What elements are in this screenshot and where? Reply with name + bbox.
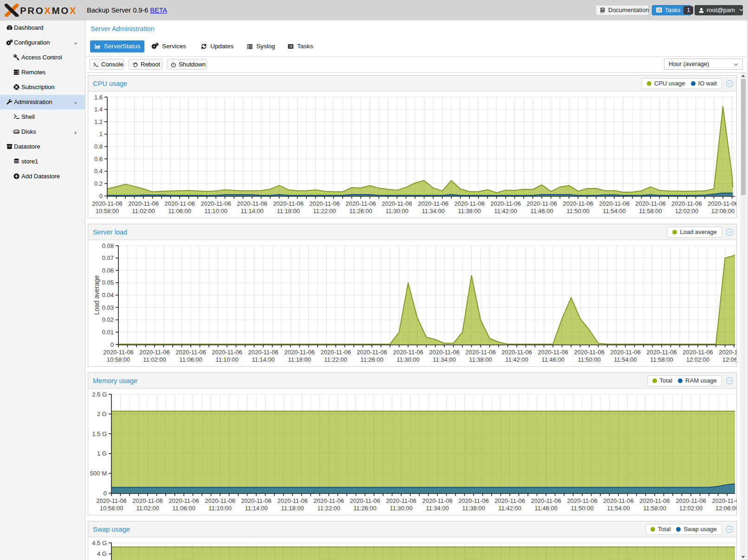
svg-text:2020-11-06: 2020-11-06 (635, 200, 666, 207)
svg-text:11:54:00: 11:54:00 (614, 356, 637, 363)
svg-text:1.5 G: 1.5 G (92, 430, 107, 437)
svg-text:2020-11-06: 2020-11-06 (418, 200, 449, 207)
svg-text:2020-11-06: 2020-11-06 (382, 200, 412, 207)
svg-text:4.5 G: 4.5 G (92, 540, 107, 547)
svg-text:11:22:00: 11:22:00 (324, 356, 347, 363)
svg-text:12:02:00: 12:02:00 (679, 505, 703, 512)
svg-text:11:14:00: 11:14:00 (245, 505, 268, 512)
svg-text:2 G: 2 G (97, 410, 107, 417)
svg-text:11:50:00: 11:50:00 (571, 505, 594, 512)
svg-text:2020-11-06: 2020-11-06 (712, 497, 736, 504)
svg-text:2020-11-06: 2020-11-06 (494, 497, 525, 504)
svg-text:2020-11-06: 2020-11-06 (96, 497, 127, 504)
svg-text:500 M: 500 M (90, 470, 107, 477)
svg-text:11:30:00: 11:30:00 (397, 356, 420, 363)
svg-text:2020-11-06: 2020-11-06 (458, 497, 489, 504)
svg-text:11:34:00: 11:34:00 (433, 356, 456, 363)
svg-text:2020-11-06: 2020-11-06 (237, 200, 267, 207)
svg-text:2020-11-06: 2020-11-06 (501, 349, 532, 356)
svg-text:PROXMOX: PROXMOX (20, 5, 77, 16)
svg-text:2020-11-06: 2020-11-06 (92, 200, 123, 207)
svg-text:2020-11-06: 2020-11-06 (273, 200, 304, 207)
svg-text:11:58:00: 11:58:00 (650, 356, 673, 363)
svg-text:11:30:00: 11:30:00 (385, 208, 409, 215)
svg-text:2020-11-06: 2020-11-06 (313, 497, 344, 504)
svg-text:0.04: 0.04 (102, 292, 114, 299)
svg-text:2020-11-06: 2020-11-06 (345, 200, 376, 207)
svg-text:11:42:00: 11:42:00 (505, 356, 528, 363)
svg-text:2020-11-06: 2020-11-06 (599, 200, 630, 207)
svg-text:2020-11-06: 2020-11-06 (212, 349, 242, 356)
svg-text:2020-11-06: 2020-11-06 (350, 497, 380, 504)
svg-text:2020-11-06: 2020-11-06 (248, 349, 279, 356)
svg-text:2020-11-06: 2020-11-06 (176, 349, 206, 356)
svg-text:11:06:00: 11:06:00 (172, 505, 195, 512)
svg-text:10:58:00: 10:58:00 (100, 505, 124, 512)
svg-text:2020-11-06: 2020-11-06 (563, 200, 593, 207)
svg-text:12:06:00: 12:06:00 (711, 208, 735, 215)
svg-text:0.07: 0.07 (102, 254, 114, 261)
svg-text:11:10:00: 11:10:00 (204, 208, 228, 215)
svg-text:2020-11-06: 2020-11-06 (454, 200, 485, 207)
svg-text:0.08: 0.08 (102, 242, 114, 249)
svg-text:1 G: 1 G (97, 450, 107, 457)
svg-text:0.05: 0.05 (102, 279, 114, 286)
svg-text:11:46:00: 11:46:00 (541, 356, 565, 363)
svg-text:10:58:00: 10:58:00 (107, 356, 130, 363)
svg-text:0: 0 (99, 193, 103, 200)
svg-text:Load average: Load average (93, 275, 100, 315)
svg-text:0.6: 0.6 (94, 156, 103, 163)
svg-text:2020-11-06: 2020-11-06 (671, 200, 702, 207)
svg-text:2020-11-06: 2020-11-06 (465, 349, 496, 356)
svg-text:1: 1 (99, 130, 103, 137)
svg-text:2020-11-06: 2020-11-06 (603, 497, 634, 504)
svg-text:2020-11-06: 2020-11-06 (490, 200, 521, 207)
svg-text:11:38:00: 11:38:00 (462, 505, 485, 512)
svg-text:11:06:00: 11:06:00 (168, 208, 191, 215)
svg-text:11:46:00: 11:46:00 (530, 208, 553, 215)
svg-text:2020-11-06: 2020-11-06 (527, 200, 557, 207)
svg-text:2020-11-06: 2020-11-06 (538, 349, 568, 356)
svg-text:2020-11-06: 2020-11-06 (708, 200, 736, 207)
svg-text:11:26:00: 11:26:00 (349, 208, 372, 215)
svg-text:0: 0 (104, 490, 107, 497)
svg-text:11:42:00: 11:42:00 (498, 505, 521, 512)
svg-text:11:22:00: 11:22:00 (313, 208, 336, 215)
svg-text:2020-11-06: 2020-11-06 (567, 497, 598, 504)
svg-text:2020-11-06: 2020-11-06 (320, 349, 351, 356)
svg-text:1.4: 1.4 (94, 106, 103, 113)
svg-text:2020-11-06: 2020-11-06 (132, 497, 163, 504)
svg-text:11:18:00: 11:18:00 (281, 505, 304, 512)
svg-text:11:26:00: 11:26:00 (360, 356, 384, 363)
svg-text:11:38:00: 11:38:00 (469, 356, 492, 363)
svg-text:11:02:00: 11:02:00 (132, 208, 155, 215)
svg-text:11:02:00: 11:02:00 (136, 505, 159, 512)
svg-text:2020-11-06: 2020-11-06 (393, 349, 423, 356)
svg-text:0.01: 0.01 (102, 329, 114, 336)
svg-text:11:18:00: 11:18:00 (277, 208, 300, 215)
svg-text:2020-11-06: 2020-11-06 (309, 200, 340, 207)
svg-text:1.2: 1.2 (94, 118, 103, 125)
svg-text:2020-11-06: 2020-11-06 (639, 497, 670, 504)
svg-text:11:58:00: 11:58:00 (639, 208, 662, 215)
svg-text:2020-11-06: 2020-11-06 (676, 497, 706, 504)
svg-text:11:46:00: 11:46:00 (534, 505, 558, 512)
svg-text:2020-11-06: 2020-11-06 (139, 349, 170, 356)
svg-text:2020-11-06: 2020-11-06 (719, 349, 736, 356)
svg-text:11:54:00: 11:54:00 (603, 208, 626, 215)
svg-text:2020-11-06: 2020-11-06 (683, 349, 713, 356)
svg-text:11:26:00: 11:26:00 (353, 505, 377, 512)
svg-text:11:06:00: 11:06:00 (179, 356, 202, 363)
svg-text:11:14:00: 11:14:00 (241, 208, 264, 215)
svg-text:2020-11-06: 2020-11-06 (422, 497, 453, 504)
svg-text:2020-11-06: 2020-11-06 (103, 349, 134, 356)
svg-text:2020-11-06: 2020-11-06 (205, 497, 235, 504)
svg-text:0.03: 0.03 (102, 304, 114, 311)
svg-text:2020-11-06: 2020-11-06 (646, 349, 677, 356)
svg-text:11:18:00: 11:18:00 (288, 356, 311, 363)
svg-text:11:38:00: 11:38:00 (458, 208, 481, 215)
svg-text:11:10:00: 11:10:00 (208, 505, 232, 512)
svg-text:11:34:00: 11:34:00 (426, 505, 449, 512)
svg-text:0.8: 0.8 (94, 143, 103, 150)
svg-text:11:34:00: 11:34:00 (422, 208, 445, 215)
